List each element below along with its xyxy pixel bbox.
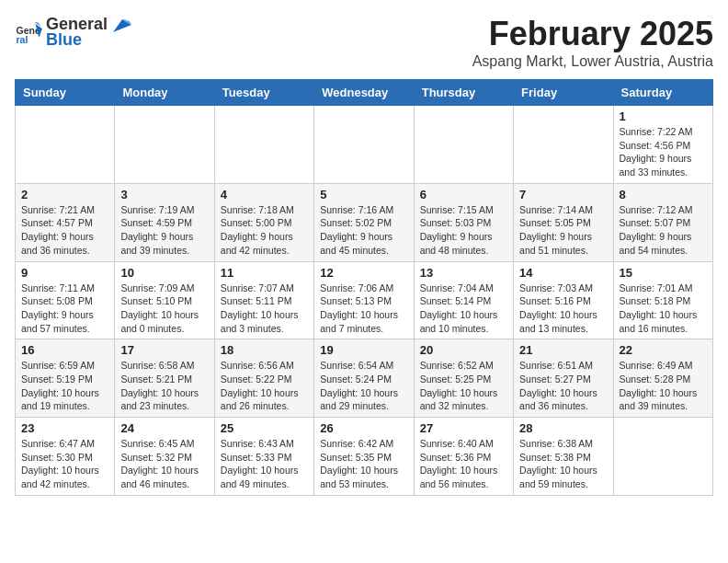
day-info: Sunrise: 6:59 AM Sunset: 5:19 PM Dayligh… — [21, 359, 108, 413]
day-number: 12 — [320, 266, 407, 280]
calendar-cell: 4Sunrise: 7:18 AM Sunset: 5:00 PM Daylig… — [214, 183, 313, 261]
day-number: 18 — [221, 343, 308, 357]
day-number: 27 — [420, 421, 507, 435]
day-info: Sunrise: 6:56 AM Sunset: 5:22 PM Dayligh… — [221, 359, 308, 413]
day-info: Sunrise: 7:22 AM Sunset: 4:56 PM Dayligh… — [620, 125, 707, 179]
day-number: 21 — [519, 343, 607, 357]
day-info: Sunrise: 7:06 AM Sunset: 5:13 PM Dayligh… — [320, 282, 407, 336]
calendar-cell: 2Sunrise: 7:21 AM Sunset: 4:57 PM Daylig… — [16, 183, 115, 261]
day-number: 20 — [420, 343, 507, 357]
day-info: Sunrise: 7:19 AM Sunset: 4:59 PM Dayligh… — [120, 203, 208, 258]
calendar-cell: 25Sunrise: 6:43 AM Sunset: 5:33 PM Dayli… — [214, 418, 313, 496]
day-number: 19 — [320, 343, 407, 357]
calendar-week-row: 2Sunrise: 7:21 AM Sunset: 4:57 PM Daylig… — [16, 183, 713, 261]
day-number: 24 — [120, 421, 208, 435]
day-number: 25 — [221, 421, 308, 435]
calendar-cell: 17Sunrise: 6:58 AM Sunset: 5:21 PM Dayli… — [115, 339, 214, 418]
day-info: Sunrise: 6:45 AM Sunset: 5:32 PM Dayligh… — [120, 437, 208, 491]
day-number: 14 — [519, 266, 607, 280]
day-number: 6 — [420, 188, 507, 201]
calendar-cell: 22Sunrise: 6:49 AM Sunset: 5:28 PM Dayli… — [613, 339, 712, 418]
day-info: Sunrise: 6:40 AM Sunset: 5:36 PM Dayligh… — [420, 437, 507, 491]
day-number: 15 — [620, 266, 707, 280]
calendar-week-row: 23Sunrise: 6:47 AM Sunset: 5:30 PM Dayli… — [16, 418, 713, 496]
day-number: 13 — [420, 266, 507, 280]
calendar-cell: 16Sunrise: 6:59 AM Sunset: 5:19 PM Dayli… — [16, 339, 115, 418]
calendar-cell — [613, 418, 712, 496]
calendar-cell: 21Sunrise: 6:51 AM Sunset: 5:27 PM Dayli… — [514, 339, 613, 418]
calendar-cell: 13Sunrise: 7:04 AM Sunset: 5:14 PM Dayli… — [414, 261, 513, 339]
calendar-title-area: February 2025 Aspang Markt, Lower Austri… — [472, 15, 713, 70]
day-info: Sunrise: 7:18 AM Sunset: 5:00 PM Dayligh… — [221, 203, 308, 258]
calendar-cell: 7Sunrise: 7:14 AM Sunset: 5:05 PM Daylig… — [514, 183, 613, 261]
calendar-week-row: 9Sunrise: 7:11 AM Sunset: 5:08 PM Daylig… — [16, 261, 713, 339]
location-subtitle: Aspang Markt, Lower Austria, Austria — [472, 53, 713, 70]
weekday-header-wednesday: Wednesday — [314, 80, 414, 106]
calendar-cell: 23Sunrise: 6:47 AM Sunset: 5:30 PM Dayli… — [16, 418, 115, 496]
day-info: Sunrise: 7:15 AM Sunset: 5:03 PM Dayligh… — [420, 203, 507, 258]
calendar-cell: 6Sunrise: 7:15 AM Sunset: 5:03 PM Daylig… — [414, 183, 513, 261]
month-year-title: February 2025 — [472, 15, 713, 53]
weekday-header-sunday: Sunday — [16, 80, 115, 106]
calendar-table: SundayMondayTuesdayWednesdayThursdayFrid… — [15, 79, 713, 496]
calendar-cell: 12Sunrise: 7:06 AM Sunset: 5:13 PM Dayli… — [314, 261, 414, 339]
weekday-header-tuesday: Tuesday — [214, 80, 313, 106]
day-info: Sunrise: 7:07 AM Sunset: 5:11 PM Dayligh… — [221, 282, 308, 336]
day-number: 7 — [519, 188, 607, 201]
day-info: Sunrise: 7:14 AM Sunset: 5:05 PM Dayligh… — [519, 203, 607, 258]
calendar-cell: 28Sunrise: 6:38 AM Sunset: 5:38 PM Dayli… — [514, 418, 613, 496]
day-info: Sunrise: 7:11 AM Sunset: 5:08 PM Dayligh… — [21, 282, 108, 336]
day-info: Sunrise: 6:47 AM Sunset: 5:30 PM Dayligh… — [21, 437, 108, 491]
day-info: Sunrise: 7:03 AM Sunset: 5:16 PM Dayligh… — [519, 282, 607, 336]
svg-text:ral: ral — [17, 34, 28, 45]
day-info: Sunrise: 7:21 AM Sunset: 4:57 PM Dayligh… — [21, 203, 108, 258]
day-info: Sunrise: 6:51 AM Sunset: 5:27 PM Dayligh… — [519, 359, 607, 413]
day-number: 3 — [120, 188, 208, 201]
calendar-cell: 24Sunrise: 6:45 AM Sunset: 5:32 PM Dayli… — [115, 418, 214, 496]
day-number: 5 — [320, 188, 407, 201]
day-info: Sunrise: 7:16 AM Sunset: 5:02 PM Dayligh… — [320, 203, 407, 258]
calendar-cell: 15Sunrise: 7:01 AM Sunset: 5:18 PM Dayli… — [613, 261, 712, 339]
day-info: Sunrise: 6:54 AM Sunset: 5:24 PM Dayligh… — [320, 359, 407, 413]
calendar-cell: 9Sunrise: 7:11 AM Sunset: 5:08 PM Daylig… — [16, 261, 115, 339]
day-info: Sunrise: 6:38 AM Sunset: 5:38 PM Dayligh… — [519, 437, 607, 491]
weekday-header-friday: Friday — [514, 80, 613, 106]
weekday-header-thursday: Thursday — [414, 80, 513, 106]
day-number: 8 — [620, 188, 707, 201]
day-number: 9 — [21, 266, 108, 280]
day-number: 26 — [320, 421, 407, 435]
calendar-cell: 8Sunrise: 7:12 AM Sunset: 5:07 PM Daylig… — [613, 183, 712, 261]
calendar-cell — [514, 106, 613, 184]
day-info: Sunrise: 7:01 AM Sunset: 5:18 PM Dayligh… — [620, 282, 707, 336]
day-number: 16 — [21, 343, 108, 357]
weekday-header-monday: Monday — [115, 80, 214, 106]
calendar-cell: 3Sunrise: 7:19 AM Sunset: 4:59 PM Daylig… — [115, 183, 214, 261]
day-number: 10 — [120, 266, 208, 280]
day-number: 22 — [620, 343, 707, 357]
day-info: Sunrise: 6:43 AM Sunset: 5:33 PM Dayligh… — [221, 437, 308, 491]
logo-icon: Gene ral — [15, 18, 42, 46]
calendar-cell — [115, 106, 214, 184]
logo-bird-icon — [113, 19, 131, 32]
calendar-cell: 26Sunrise: 6:42 AM Sunset: 5:35 PM Dayli… — [314, 418, 414, 496]
calendar-cell: 5Sunrise: 7:16 AM Sunset: 5:02 PM Daylig… — [314, 183, 414, 261]
calendar-cell: 11Sunrise: 7:07 AM Sunset: 5:11 PM Dayli… — [214, 261, 313, 339]
day-info: Sunrise: 7:12 AM Sunset: 5:07 PM Dayligh… — [620, 203, 707, 258]
calendar-week-row: 16Sunrise: 6:59 AM Sunset: 5:19 PM Dayli… — [16, 339, 713, 418]
day-number: 2 — [21, 188, 108, 201]
weekday-header-saturday: Saturday — [613, 80, 712, 106]
logo: Gene ral General Blue — [15, 15, 131, 50]
day-info: Sunrise: 7:09 AM Sunset: 5:10 PM Dayligh… — [120, 282, 208, 336]
calendar-cell — [214, 106, 313, 184]
logo-wordmark: General Blue — [46, 15, 131, 50]
day-info: Sunrise: 6:49 AM Sunset: 5:28 PM Dayligh… — [620, 359, 707, 413]
calendar-cell: 10Sunrise: 7:09 AM Sunset: 5:10 PM Dayli… — [115, 261, 214, 339]
calendar-cell: 18Sunrise: 6:56 AM Sunset: 5:22 PM Dayli… — [214, 339, 313, 418]
calendar-cell: 27Sunrise: 6:40 AM Sunset: 5:36 PM Dayli… — [414, 418, 513, 496]
day-info: Sunrise: 7:04 AM Sunset: 5:14 PM Dayligh… — [420, 282, 507, 336]
calendar-cell — [414, 106, 513, 184]
calendar-cell: 1Sunrise: 7:22 AM Sunset: 4:56 PM Daylig… — [613, 106, 712, 184]
calendar-cell: 20Sunrise: 6:52 AM Sunset: 5:25 PM Dayli… — [414, 339, 513, 418]
day-info: Sunrise: 6:42 AM Sunset: 5:35 PM Dayligh… — [320, 437, 407, 491]
day-number: 17 — [120, 343, 208, 357]
